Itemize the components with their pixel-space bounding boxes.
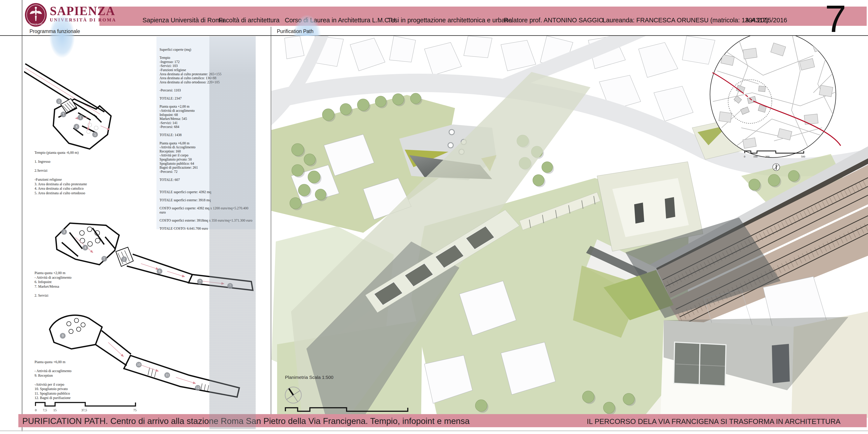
inner-walls xyxy=(59,108,101,135)
svg-text:7,5: 7,5 xyxy=(43,408,47,412)
svg-text:37,5: 37,5 xyxy=(81,408,87,412)
skylight-circles xyxy=(67,318,85,334)
header-item-thesis: Tesi in progettazione architettonica e u… xyxy=(388,17,512,24)
dark-door xyxy=(772,344,790,383)
section-label-program: Programma funzionale xyxy=(30,28,80,34)
svg-text:500: 500 xyxy=(801,155,805,158)
svg-text:9: 9 xyxy=(62,334,64,338)
svg-text:4: 4 xyxy=(84,245,86,250)
left-frame-line xyxy=(22,0,22,431)
footer-bar: PURIFICATION PATH. Centro di arrivo alla… xyxy=(18,414,867,427)
section-label-purification-path: Purification Path xyxy=(277,28,313,34)
svg-text:75: 75 xyxy=(133,408,136,412)
seal-motto: STVDIVM VRBIS xyxy=(28,23,43,25)
svg-text:6: 6 xyxy=(159,269,160,273)
svg-text:3: 3 xyxy=(63,230,65,234)
svg-text:10: 10 xyxy=(137,363,141,367)
svg-text:1: 1 xyxy=(80,116,81,119)
bottom-frame-line xyxy=(0,431,868,431)
header-item-student: Laureanda: FRANCESCA ORUNESU (matricola:… xyxy=(602,17,768,24)
header-item-advisor: Relatore prof. ANTONINO SAGGIO xyxy=(504,17,603,24)
plan-temple-drawing: 2 3 1 4 5 xyxy=(24,62,159,156)
svg-text:2: 2 xyxy=(58,99,60,103)
header-item-academic-year: A.A.2015/2016 xyxy=(745,17,787,24)
stair-block xyxy=(61,99,76,113)
neck-corridor xyxy=(95,331,130,365)
highlight-ellipse-left xyxy=(50,15,75,58)
closeup-render xyxy=(643,312,868,418)
map-north-arrow xyxy=(773,164,780,171)
svg-text:15: 15 xyxy=(53,408,57,412)
plan-scale-label: Planimetria Scala 1:500 xyxy=(285,375,334,380)
svg-text:0: 0 xyxy=(35,408,37,412)
svg-text:200: 200 xyxy=(765,155,770,158)
board-subtitle: IL PERCORSO DELA VIA FRANCIGENA SI TRASF… xyxy=(587,417,840,426)
thesis-board: STVDIVM VRBIS SAPIENZA UNIVERSITÀ DI ROM… xyxy=(0,0,868,434)
svg-text:7: 7 xyxy=(199,280,201,283)
svg-text:5: 5 xyxy=(94,133,96,136)
svg-text:5: 5 xyxy=(103,257,105,261)
page-number: 7 xyxy=(825,3,846,34)
svg-text:12: 12 xyxy=(196,386,199,389)
corridor xyxy=(127,254,192,282)
upper-lobe xyxy=(50,315,102,349)
svg-text:0: 0 xyxy=(744,155,745,158)
caption-temple: Tempio (pianta quota -6,00 m) 1. Ingress… xyxy=(34,150,135,195)
sapienza-seal-logo: STVDIVM VRBIS xyxy=(25,3,47,28)
site-plan-rendering: 0 100 200 500 Planimetria Scala 1:500 xyxy=(271,36,868,418)
svg-text:4: 4 xyxy=(75,125,78,128)
panel-divider-line xyxy=(271,27,271,414)
svg-text:11: 11 xyxy=(165,373,169,377)
svg-text:100: 100 xyxy=(753,155,757,158)
header-item-university: Sapienza Università di Roma xyxy=(143,17,224,24)
drawings-scale-bar: 0 7,5 15 37,5 75 xyxy=(35,400,149,413)
header-item-faculty: Facoltà di architettura xyxy=(219,17,279,24)
vertical-gray-band xyxy=(209,36,256,429)
room-number-badges: 9 10 11 12 xyxy=(60,333,200,391)
svg-text:2: 2 xyxy=(123,257,125,261)
svg-text:3: 3 xyxy=(62,112,64,116)
